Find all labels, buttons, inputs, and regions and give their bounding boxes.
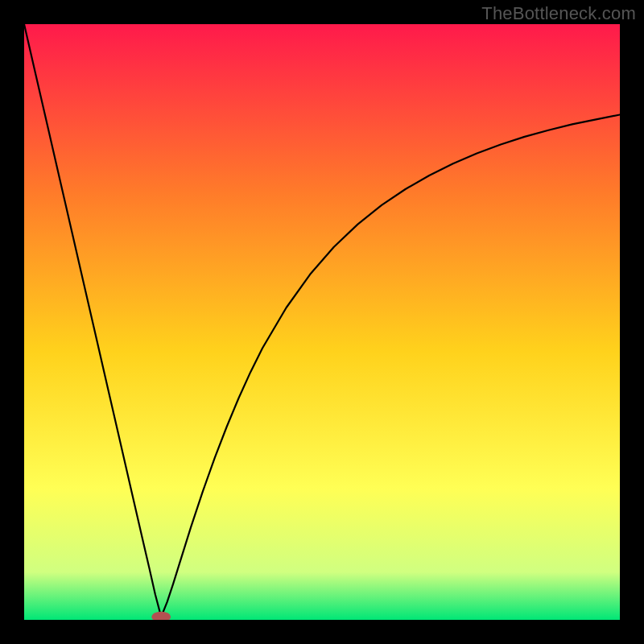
chart-svg: [24, 24, 620, 620]
gradient-background: [24, 24, 620, 620]
chart-frame: TheBottleneck.com: [0, 0, 644, 644]
plot-area: [24, 24, 620, 620]
watermark-text: TheBottleneck.com: [481, 3, 636, 24]
